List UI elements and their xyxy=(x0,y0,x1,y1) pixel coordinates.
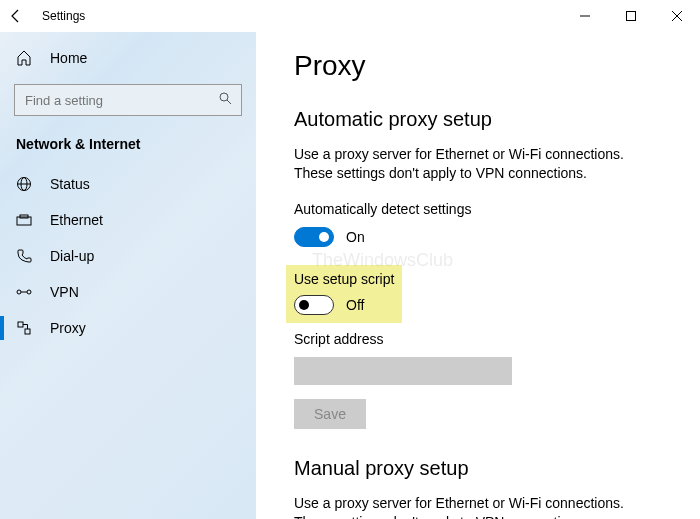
sidebar-item-label: VPN xyxy=(50,284,79,300)
save-button[interactable]: Save xyxy=(294,399,366,429)
back-button[interactable] xyxy=(8,8,24,24)
svg-rect-15 xyxy=(25,329,30,334)
auto-description: Use a proxy server for Ethernet or Wi-Fi… xyxy=(294,145,662,183)
sidebar-item-label: Proxy xyxy=(50,320,86,336)
script-addr-label: Script address xyxy=(294,331,662,347)
phone-icon xyxy=(16,248,32,264)
detect-state: On xyxy=(346,229,365,245)
close-button[interactable] xyxy=(654,0,700,32)
sidebar-section-title: Network & Internet xyxy=(0,124,256,166)
window-title: Settings xyxy=(42,9,85,23)
globe-icon xyxy=(16,176,32,192)
svg-point-4 xyxy=(220,93,228,101)
sidebar-item-status[interactable]: Status xyxy=(0,166,256,202)
sidebar-item-ethernet[interactable]: Ethernet xyxy=(0,202,256,238)
minimize-button[interactable] xyxy=(562,0,608,32)
auto-heading: Automatic proxy setup xyxy=(294,108,662,131)
sidebar-item-vpn[interactable]: VPN xyxy=(0,274,256,310)
search-icon xyxy=(218,91,232,109)
home-icon xyxy=(16,50,32,66)
page-title: Proxy xyxy=(294,50,662,82)
detect-toggle[interactable] xyxy=(294,227,334,247)
vpn-icon xyxy=(16,284,32,300)
proxy-icon xyxy=(16,320,32,336)
maximize-button[interactable] xyxy=(608,0,654,32)
script-label: Use setup script xyxy=(294,271,394,287)
script-highlight: Use setup script Off xyxy=(286,265,402,323)
ethernet-icon xyxy=(16,212,32,228)
script-address-input[interactable] xyxy=(294,357,512,385)
svg-rect-14 xyxy=(18,322,23,327)
sidebar-item-label: Ethernet xyxy=(50,212,103,228)
content-area: Proxy Automatic proxy setup Use a proxy … xyxy=(256,32,700,519)
svg-point-11 xyxy=(17,290,21,294)
sidebar-item-dialup[interactable]: Dial-up xyxy=(0,238,256,274)
manual-description: Use a proxy server for Ethernet or Wi-Fi… xyxy=(294,494,662,519)
home-label: Home xyxy=(50,50,87,66)
manual-heading: Manual proxy setup xyxy=(294,457,662,480)
sidebar-item-proxy[interactable]: Proxy xyxy=(0,310,256,346)
home-nav[interactable]: Home xyxy=(0,40,256,76)
sidebar: Home Network & Internet Status Ethernet … xyxy=(0,32,256,519)
script-toggle[interactable] xyxy=(294,295,334,315)
detect-label: Automatically detect settings xyxy=(294,201,662,217)
svg-line-5 xyxy=(227,100,231,104)
script-state: Off xyxy=(346,297,364,313)
sidebar-item-label: Status xyxy=(50,176,90,192)
search-input[interactable] xyxy=(14,84,242,116)
svg-rect-1 xyxy=(627,12,636,21)
sidebar-item-label: Dial-up xyxy=(50,248,94,264)
svg-point-12 xyxy=(27,290,31,294)
